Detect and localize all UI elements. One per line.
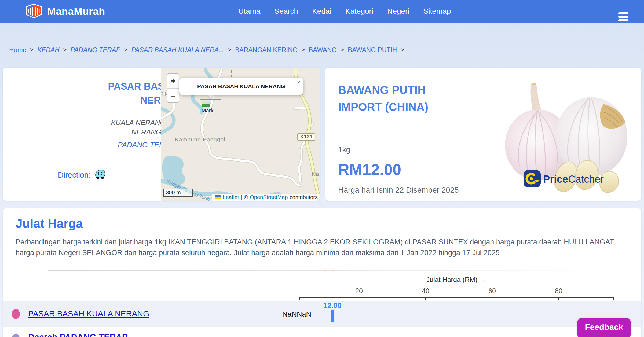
row-dot-pink [12, 309, 20, 319]
breadcrumb-separator: > [401, 46, 404, 53]
feedback-button[interactable]: Feedback [577, 318, 631, 337]
map-popup: PASAR BASAH KUALA NERANG × [179, 78, 303, 95]
breadcrumb-item[interactable]: BAWANG PUTIH [348, 46, 397, 54]
map-attribution: Leaflet | © OpenStreetMap contributors [212, 194, 320, 201]
axis-tick-40 [425, 298, 426, 300]
map-place-label: Kampung Banggol [175, 136, 225, 143]
popup-close-icon[interactable]: × [297, 79, 301, 86]
chart-row-market: PASAR BASAH KUALA NERANG NaNNaN 12.00 [3, 301, 641, 327]
marker-alt-text: Mark [202, 108, 213, 114]
product-price: RM12.00 [338, 160, 401, 178]
row-dot-purple [12, 334, 20, 337]
product-price-date: Harga hari Isnin 22 Disember 2025 [338, 186, 459, 195]
breadcrumb-separator: > [124, 46, 128, 53]
pricecatcher-wordmark: PriceCatcher [543, 174, 604, 185]
chart-marker-speck [332, 270, 334, 271]
axis-end-tick [613, 297, 614, 300]
row-bar-value: 12.00 [321, 302, 344, 310]
leaflet-map[interactable]: Sungai Padang Terap Kampung Banggol np K… [161, 68, 320, 201]
map-edge-label-right: Ka [312, 171, 319, 177]
header: ManaMurah Utama Search Kedai Kategori Ne… [0, 0, 644, 23]
product-title: BAWANG PUTIH IMPORT (CHINA) [338, 82, 453, 115]
nav-utama[interactable]: Utama [238, 7, 260, 16]
osm-link[interactable]: OpenStreetMap [250, 194, 288, 200]
breadcrumb-separator: > [228, 46, 231, 53]
price-range-section: Julat Harga Perbandingan harga terkini d… [3, 208, 641, 337]
nav-kedai[interactable]: Kedai [312, 7, 331, 16]
axis-label-60: 60 [481, 287, 503, 295]
row-range-label: NaNNaN [276, 310, 311, 318]
map-scale-control: 300 m [163, 189, 193, 197]
axis-label-80: 80 [548, 287, 569, 295]
nav-kategori[interactable]: Kategori [345, 7, 373, 16]
hamburger-menu-icon[interactable] [618, 12, 628, 21]
nav-negeri[interactable]: Negeri [387, 7, 409, 16]
copyright-symbol: © [244, 194, 248, 200]
product-unit: 1kg [338, 145, 350, 154]
direction-row: Direction: [3, 169, 161, 181]
breadcrumb-separator: > [341, 46, 344, 53]
breadcrumb-separator: > [301, 46, 305, 53]
axis-tick-60 [492, 298, 492, 300]
axis-end-tick [299, 297, 300, 300]
breadcrumb-separator: > [63, 46, 67, 53]
chart-axis-title: Julat Harga (RM) → [376, 276, 537, 284]
nav-sitemap[interactable]: Sitemap [423, 7, 451, 16]
brand-name: ManaMurah [47, 6, 105, 17]
attribution-suffix: contributors [290, 194, 318, 200]
brand-logo[interactable]: ManaMurah [25, 3, 105, 20]
price-range-heading: Julat Harga [16, 216, 83, 231]
pricecatcher-logo-icon [523, 170, 541, 189]
pricecatcher-watermark: PriceCatcher [523, 170, 604, 189]
breadcrumb-home[interactable]: Home [9, 46, 26, 54]
product-card: BAWANG PUTIH IMPORT (CHINA) 1kg RM12.00 … [325, 68, 641, 201]
breadcrumb-market[interactable]: PASAR BASAH KUALA NERA... [131, 46, 224, 54]
zoom-out-button[interactable]: − [167, 89, 179, 103]
breadcrumb-district[interactable]: PADANG TERAP [70, 46, 120, 54]
chart-axis-line [299, 297, 614, 298]
chart-top-border [48, 270, 598, 271]
row-district-link[interactable]: Daerah PADANG TERAP [28, 332, 128, 337]
row-market-link[interactable]: PASAR BASAH KUALA NERANG [28, 309, 149, 318]
breadcrumb-subcategory[interactable]: BAWANG [309, 46, 337, 54]
market-card: PASAR BASAH KUALA NERANG KUALA NERANG,06… [3, 68, 320, 201]
zoom-in-button[interactable]: + [167, 74, 179, 88]
breadcrumb-category[interactable]: BARANGAN KERING [235, 46, 298, 54]
direction-label: Direction: [58, 171, 91, 180]
breadcrumb-separator: > [30, 46, 34, 53]
road-badge-k121: K121 [297, 133, 315, 141]
breadcrumb: Home > KEDAH > PADANG TERAP > PASAR BASA… [9, 46, 404, 54]
axis-tick-20 [359, 298, 359, 300]
map-marker[interactable]: Mark [200, 99, 221, 118]
nav-search[interactable]: Search [274, 7, 298, 16]
main-nav: Utama Search Kedai Kategori Negeri Sitem… [238, 0, 451, 23]
broken-image-icon [202, 101, 210, 107]
axis-label-40: 40 [415, 287, 436, 295]
manamurah-logo-icon [25, 3, 42, 20]
attribution-divider: | [241, 194, 242, 200]
ukraine-flag-icon [215, 195, 221, 199]
row-bar-marker [331, 310, 334, 322]
map-popup-title: PASAR BASAH KUALA NERANG [197, 83, 285, 90]
axis-tick-80 [558, 298, 559, 300]
leaflet-link[interactable]: Leaflet [223, 194, 239, 200]
chart-marker-speck [324, 270, 326, 271]
product-image-garlic: PriceCatcher [497, 69, 640, 199]
price-range-description: Perbandingan harga terkini dan julat har… [16, 237, 630, 258]
breadcrumb-state[interactable]: KEDAH [37, 46, 60, 54]
axis-label-20: 20 [348, 287, 370, 295]
waze-icon[interactable] [94, 169, 106, 181]
map-zoom-control: + − [167, 73, 179, 103]
chart-row-district: Daerah PADANG TERAP [3, 331, 641, 337]
